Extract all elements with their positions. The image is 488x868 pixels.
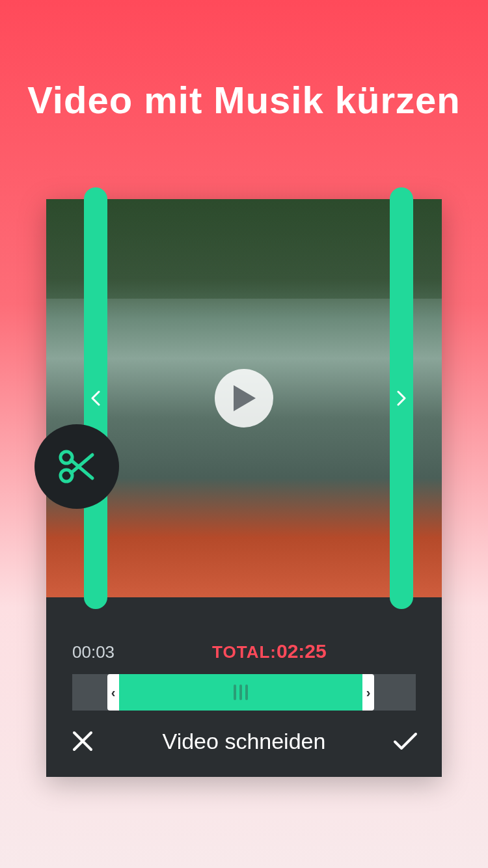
total-label: TOTAL:: [212, 642, 277, 662]
total-time: 02:25: [277, 640, 327, 662]
chevron-right-icon: [397, 390, 406, 406]
play-button[interactable]: [215, 369, 273, 427]
trim-handle-right[interactable]: [390, 187, 413, 609]
footer-bar: Video schneiden: [46, 705, 442, 777]
trim-handle-left[interactable]: [84, 187, 107, 609]
scissors-icon: [57, 447, 96, 486]
editor-panel: 00:03 TOTAL:02:25 ‹ › Video schneiden: [46, 199, 442, 777]
footer-title: Video schneiden: [163, 729, 326, 754]
chevron-left-icon: [91, 390, 100, 406]
timeline-controls: 00:03 TOTAL:02:25 ‹ ›: [46, 597, 442, 711]
time-row: 00:03 TOTAL:02:25: [72, 640, 416, 662]
grip-icon: [234, 685, 248, 700]
current-time: 00:03: [72, 642, 115, 662]
page-title: Video mit Musik kürzen: [0, 78, 488, 122]
close-icon: [72, 730, 94, 752]
cut-badge[interactable]: [34, 424, 119, 509]
total-time-group: TOTAL:02:25: [212, 640, 327, 662]
svg-marker-0: [234, 385, 256, 411]
confirm-button[interactable]: [390, 726, 421, 757]
cancel-button[interactable]: [67, 726, 98, 757]
play-icon: [232, 385, 256, 411]
check-icon: [392, 731, 418, 751]
